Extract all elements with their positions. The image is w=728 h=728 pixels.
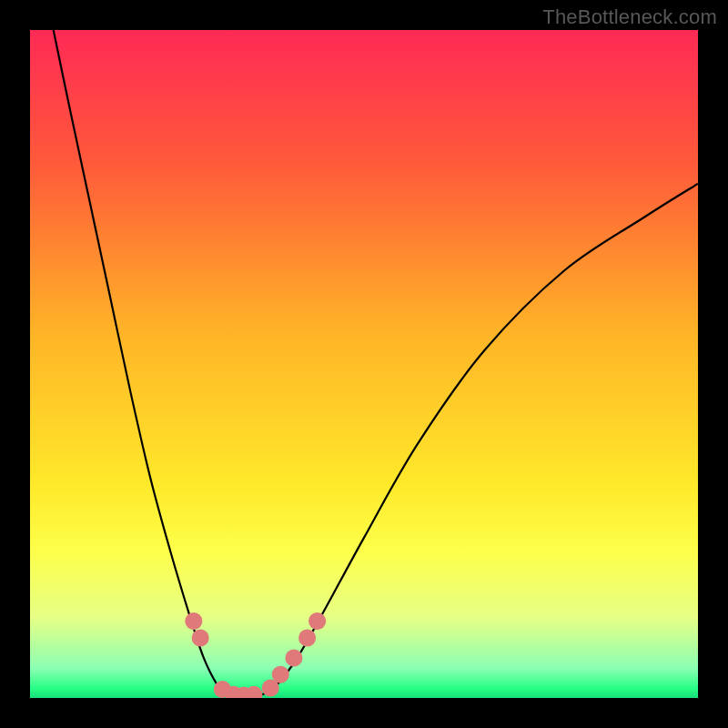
threshold-marker — [308, 612, 326, 630]
chart-svg — [30, 30, 698, 698]
bottleneck-curve — [54, 30, 698, 697]
plot-area — [30, 30, 698, 698]
chart-frame: TheBottleneck.com — [0, 0, 728, 728]
marker-group — [185, 612, 326, 698]
threshold-marker — [285, 649, 302, 666]
threshold-marker — [272, 666, 289, 683]
threshold-marker — [298, 629, 316, 646]
watermark-text: TheBottleneck.com — [542, 5, 717, 29]
threshold-marker — [185, 612, 202, 630]
threshold-marker — [192, 629, 209, 646]
